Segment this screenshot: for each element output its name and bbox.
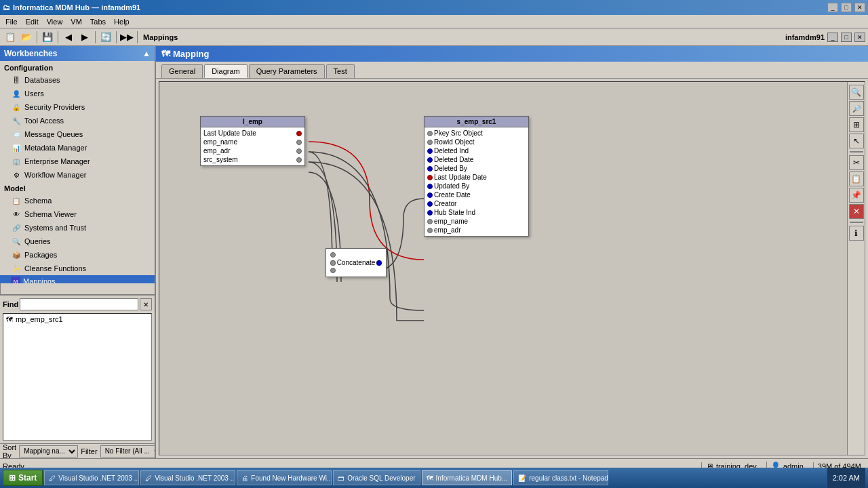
packages-icon: 📦 bbox=[11, 249, 22, 260]
tab-diagram[interactable]: Diagram bbox=[204, 64, 248, 78]
vs1-label: Visual Studio .NET 2003 ... bbox=[58, 474, 139, 482]
toolbar-forward-button[interactable]: ▶ bbox=[77, 30, 92, 45]
notepad-icon: 📝 bbox=[518, 474, 526, 482]
tab-query-parameters[interactable]: Query Parameters bbox=[249, 64, 325, 78]
mappings-icon: M bbox=[11, 277, 20, 283]
mapping-icon: 🗺 bbox=[6, 316, 13, 323]
menu-help[interactable]: Help bbox=[110, 16, 134, 27]
toolbar-back-button[interactable]: ◀ bbox=[61, 30, 76, 45]
find-label: Find bbox=[3, 300, 18, 308]
sidebar-item-schema-viewer[interactable]: 👁 Schema Viewer bbox=[0, 207, 155, 221]
notepad-label: regular class.txt - Notepad bbox=[529, 474, 608, 482]
find-button[interactable]: ✕ bbox=[140, 298, 152, 310]
props-icon-btn[interactable]: ℹ bbox=[849, 226, 864, 241]
menu-vm[interactable]: VM bbox=[66, 16, 86, 27]
queries-icon: 🔍 bbox=[11, 236, 22, 247]
toolbar-save-button[interactable]: 💾 bbox=[40, 30, 55, 45]
mdm-icon: 🗺 bbox=[427, 474, 433, 482]
node-l-emp-header: l_emp bbox=[201, 117, 304, 127]
updated-by-label: Updated By bbox=[434, 182, 469, 190]
toolbar-new-button[interactable]: 📋 bbox=[3, 30, 18, 45]
sidebar-item-metadata-manager[interactable]: 📊 Metadata Manager bbox=[0, 141, 155, 155]
maximize-button[interactable]: □ bbox=[841, 3, 852, 12]
tab-general[interactable]: General bbox=[161, 64, 203, 78]
zoom-fit-icon-btn[interactable]: ⊞ bbox=[849, 117, 864, 132]
window-minimize-btn[interactable]: _ bbox=[827, 33, 838, 42]
sidebar-item-users[interactable]: 👤 Users bbox=[0, 87, 155, 100]
sidebar-item-systems-trust[interactable]: 🔗 Systems and Trust bbox=[0, 221, 155, 235]
node-field-src-system: src_system bbox=[201, 155, 304, 164]
taskbar: ⊞ Start 🖊 Visual Studio .NET 2003 ... 🖊 … bbox=[0, 468, 868, 488]
sidebar-item-schema[interactable]: 📋 Schema bbox=[0, 194, 155, 207]
taskbar-item-vs1[interactable]: 🖊 Visual Studio .NET 2003 ... bbox=[44, 470, 139, 485]
select-icon-btn[interactable]: ↖ bbox=[849, 134, 864, 148]
toolbar-open-button[interactable]: 📂 bbox=[19, 30, 34, 45]
sidebar-item-cleanse-functions[interactable]: ✨ Cleanse Functions bbox=[0, 262, 155, 275]
sidebar-collapse-icon[interactable]: ▲ bbox=[142, 49, 151, 58]
find-input[interactable] bbox=[20, 298, 138, 310]
sidebar-item-mappings[interactable]: M Mappings bbox=[0, 275, 155, 283]
find-area: Find ✕ 🗺 mp_emp_src1 bbox=[0, 294, 155, 443]
creator-label: Creator bbox=[434, 200, 456, 207]
window-maximize-btn[interactable]: □ bbox=[841, 33, 852, 42]
sort-select[interactable]: Mapping na... bbox=[19, 445, 78, 458]
sidebar-label-schema: Schema bbox=[24, 197, 52, 205]
content-area: 🗺 Mapping General Diagram Query Paramete… bbox=[156, 46, 868, 458]
node-field-s-emp-adr: emp_adr bbox=[425, 226, 528, 235]
section-configuration: Configuration bbox=[0, 61, 155, 73]
taskbar-item-vs2[interactable]: 🖊 Visual Studio .NET 2003 ... bbox=[140, 470, 235, 485]
close-button[interactable]: ✕ bbox=[854, 3, 865, 12]
toolbar-run-button[interactable]: ▶▶ bbox=[119, 30, 134, 45]
taskbar-clock: 2:02 AM bbox=[833, 474, 860, 482]
sidebar-label-enterprise-manager: Enterprise Manager bbox=[24, 157, 90, 165]
node-field-concat-in1 bbox=[328, 251, 384, 258]
cut-icon-btn[interactable]: ✂ bbox=[849, 155, 864, 170]
taskbar-item-oracle[interactable]: 🗃 Oracle SQL Developer bbox=[333, 470, 420, 485]
toolbar-refresh-button[interactable]: 🔄 bbox=[98, 30, 113, 45]
pkey-dot bbox=[427, 131, 433, 136]
taskbar-item-hw[interactable]: 🖨 Found New Hardware Wi... bbox=[237, 470, 332, 485]
sidebar-item-packages[interactable]: 📦 Packages bbox=[0, 248, 155, 262]
menu-view[interactable]: View bbox=[43, 16, 67, 27]
start-button[interactable]: ⊞ Start bbox=[3, 470, 43, 486]
node-field-emp-adr: emp_adr bbox=[201, 146, 304, 155]
sort-filter-bar: Sort By Mapping na... Filter No Filter (… bbox=[0, 443, 155, 458]
concatenate-label: Concatenate bbox=[337, 259, 376, 266]
node-field-creator: Creator bbox=[425, 199, 528, 208]
sidebar-scrollbar[interactable] bbox=[0, 283, 11, 294]
minimize-button[interactable]: _ bbox=[827, 3, 838, 12]
sidebar-item-enterprise-manager[interactable]: 🏢 Enterprise Manager bbox=[0, 155, 155, 168]
sidebar-item-databases[interactable]: 🗄 Databases bbox=[0, 73, 155, 87]
delete-icon-btn[interactable]: ✕ bbox=[849, 204, 864, 219]
mdm-label: Informatica MDM Hub... bbox=[436, 474, 508, 482]
menu-file[interactable]: File bbox=[1, 16, 22, 27]
sidebar-item-security-providers[interactable]: 🔒 Security Providers bbox=[0, 100, 155, 114]
paste-icon-btn[interactable]: 📌 bbox=[849, 188, 864, 203]
taskbar-item-mdm[interactable]: 🗺 Informatica MDM Hub... bbox=[422, 470, 513, 485]
window-close-btn[interactable]: ✕ bbox=[854, 33, 865, 42]
tool-icon: 🔧 bbox=[11, 115, 22, 126]
sidebar-item-message-queues[interactable]: 📨 Message Queues bbox=[0, 127, 155, 141]
filter-select[interactable]: No Filter (All ... bbox=[100, 445, 156, 458]
sidebar-label-users: Users bbox=[24, 89, 44, 98]
taskbar-item-notepad[interactable]: 📝 regular class.txt - Notepad bbox=[513, 470, 608, 485]
zoom-out-icon-btn[interactable]: 🔎 bbox=[849, 101, 864, 116]
security-icon: 🔒 bbox=[11, 102, 22, 113]
menu-edit[interactable]: Edit bbox=[22, 16, 43, 27]
mapping-panel: 🗺 Mapping General Diagram Query Paramete… bbox=[156, 46, 868, 458]
sidebar-item-workflow-manager[interactable]: ⚙ Workflow Manager bbox=[0, 168, 155, 182]
last-update-date-label: Last Update Date bbox=[203, 129, 256, 137]
sidebar-item-tool-access[interactable]: 🔧 Tool Access bbox=[0, 114, 155, 127]
node-field-concat-in2 bbox=[328, 267, 384, 274]
find-tree-item-mp-emp-src1[interactable]: 🗺 mp_emp_src1 bbox=[3, 314, 151, 325]
zoom-in-icon-btn[interactable]: 🔍 bbox=[849, 85, 864, 100]
cleanse-icon: ✨ bbox=[11, 263, 22, 274]
tab-test[interactable]: Test bbox=[326, 64, 355, 78]
sidebar-label-tool-access: Tool Access bbox=[24, 117, 64, 125]
sidebar-label-queries: Queries bbox=[24, 237, 51, 245]
menu-tabs[interactable]: Tabs bbox=[86, 16, 110, 27]
mapping-header-title: Mapping bbox=[173, 49, 209, 59]
sidebar-item-queries[interactable]: 🔍 Queries bbox=[0, 235, 155, 248]
menu-bar: File Edit View VM Tabs Help bbox=[0, 15, 868, 28]
copy-icon-btn[interactable]: 📋 bbox=[849, 171, 864, 186]
